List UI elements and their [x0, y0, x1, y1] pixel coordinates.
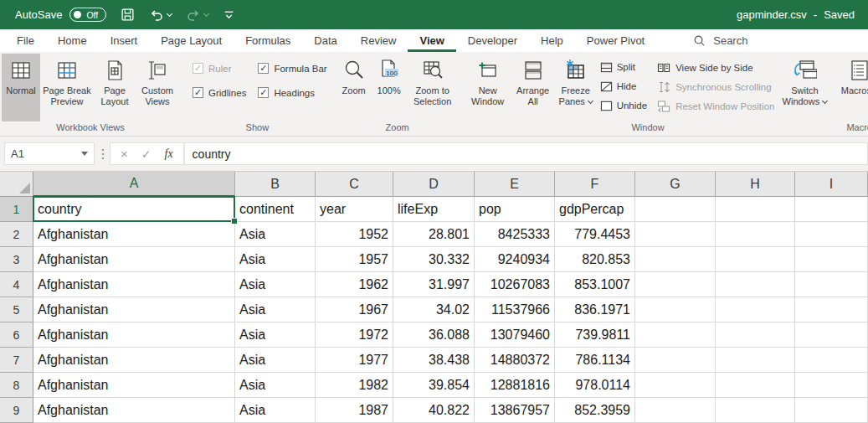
cell-i7[interactable]	[795, 348, 868, 373]
column-header-b[interactable]: B	[235, 172, 316, 197]
cell-a4[interactable]: Afghanistan	[33, 272, 235, 297]
cell-d5[interactable]: 34.02	[393, 297, 475, 322]
cell-f1[interactable]: gdpPercap	[555, 197, 635, 222]
cell-h4[interactable]	[716, 272, 795, 297]
column-header-h[interactable]: H	[716, 172, 795, 197]
cell-b4[interactable]: Asia	[235, 272, 316, 297]
enter-button[interactable]: ✓	[141, 147, 152, 161]
column-header-i[interactable]: I	[795, 172, 868, 197]
cell-b3[interactable]: Asia	[235, 247, 316, 272]
row-header-5[interactable]: 5	[0, 297, 33, 322]
cell-a9[interactable]: Afghanistan	[33, 398, 235, 423]
cell-c3[interactable]: 1957	[316, 247, 393, 272]
cell-f3[interactable]: 820.853	[555, 247, 635, 272]
cell-h9[interactable]	[716, 398, 795, 423]
tab-formulas[interactable]: Formulas	[234, 29, 302, 52]
row-header-1[interactable]: 1	[0, 197, 33, 222]
zoom-to-selection-button[interactable]: Zoom to Selection	[406, 54, 460, 121]
cell-b6[interactable]: Asia	[235, 322, 316, 348]
cell-g3[interactable]	[635, 247, 716, 272]
column-header-f[interactable]: F	[555, 172, 635, 197]
cell-e4[interactable]: 10267083	[475, 272, 555, 297]
synchronous-scrolling-button[interactable]: Synchronous Scrolling	[657, 80, 774, 94]
normal-button[interactable]: Normal	[2, 54, 40, 121]
column-header-g[interactable]: G	[635, 172, 716, 197]
autosave-toggle[interactable]: Off	[69, 8, 106, 22]
cell-d9[interactable]: 40.822	[393, 398, 475, 423]
cell-h7[interactable]	[716, 348, 795, 373]
cell-d6[interactable]: 36.088	[393, 322, 475, 348]
cell-d7[interactable]: 38.438	[393, 348, 475, 373]
cell-g1[interactable]	[635, 197, 716, 222]
switch-windows-button[interactable]: Switch Windows	[778, 54, 831, 121]
tab-insert[interactable]: Insert	[99, 29, 150, 52]
cell-d8[interactable]: 39.854	[393, 373, 475, 398]
row-header-8[interactable]: 8	[0, 373, 33, 398]
cell-g5[interactable]	[635, 297, 716, 322]
cell-c9[interactable]: 1987	[316, 398, 393, 423]
cell-c5[interactable]: 1967	[316, 297, 393, 322]
cell-e6[interactable]: 13079460	[475, 322, 555, 348]
cell-g6[interactable]	[635, 322, 716, 348]
cell-a3[interactable]: Afghanistan	[33, 247, 235, 272]
cell-f2[interactable]: 779.4453	[555, 222, 635, 247]
cell-b9[interactable]: Asia	[235, 398, 316, 423]
cell-g9[interactable]	[635, 398, 716, 423]
cell-h2[interactable]	[716, 222, 795, 247]
row-header-4[interactable]: 4	[0, 272, 33, 297]
row-header-2[interactable]: 2	[0, 222, 33, 247]
cancel-button[interactable]: ×	[121, 147, 128, 161]
select-all-corner[interactable]	[0, 172, 33, 197]
column-header-e[interactable]: E	[475, 172, 555, 197]
cell-e9[interactable]: 13867957	[475, 398, 555, 423]
tab-data[interactable]: Data	[302, 29, 348, 52]
cell-e3[interactable]: 9240934	[475, 247, 555, 272]
custom-views-button[interactable]: Custom Views	[136, 54, 179, 121]
cell-f6[interactable]: 739.9811	[555, 322, 635, 348]
cell-h5[interactable]	[716, 297, 795, 322]
cell-b8[interactable]: Asia	[235, 373, 316, 398]
cell-g4[interactable]	[635, 272, 716, 297]
arrange-all-button[interactable]: Arrange All	[511, 54, 555, 121]
name-box[interactable]: A1	[4, 142, 95, 165]
cell-b5[interactable]: Asia	[235, 297, 316, 322]
cell-i3[interactable]	[795, 247, 868, 272]
column-header-c[interactable]: C	[316, 172, 393, 197]
cell-c7[interactable]: 1977	[316, 348, 393, 373]
undo-button[interactable]	[149, 8, 172, 23]
cell-a8[interactable]: Afghanistan	[33, 373, 235, 398]
cell-i8[interactable]	[795, 373, 868, 398]
cell-g8[interactable]	[635, 373, 716, 398]
customize-quick-access-button[interactable]	[223, 8, 235, 21]
cell-d4[interactable]: 31.997	[393, 272, 475, 297]
freeze-panes-button[interactable]: Freeze Panes	[555, 54, 597, 121]
row-header-6[interactable]: 6	[0, 322, 33, 348]
gridlines-checkbox[interactable]: ✓Gridlines	[193, 87, 246, 98]
cell-f8[interactable]: 978.0114	[555, 373, 635, 398]
row-header-7[interactable]: 7	[0, 348, 33, 373]
cell-g2[interactable]	[635, 222, 716, 247]
cell-b7[interactable]: Asia	[235, 348, 316, 373]
ruler-checkbox[interactable]: ✓Ruler	[193, 63, 246, 74]
tab-developer[interactable]: Developer	[456, 29, 529, 52]
split-button[interactable]: Split	[600, 59, 647, 75]
redo-button[interactable]	[186, 8, 208, 23]
row-header-3[interactable]: 3	[0, 247, 33, 272]
cell-f4[interactable]: 853.1007	[555, 272, 635, 297]
cell-d2[interactable]: 28.801	[393, 222, 475, 247]
cell-c1[interactable]: year	[316, 197, 393, 222]
cell-a2[interactable]: Afghanistan	[33, 222, 235, 247]
cell-i6[interactable]	[795, 322, 868, 348]
cell-e8[interactable]: 12881816	[475, 373, 555, 398]
cell-i5[interactable]	[795, 297, 868, 322]
insert-function-button[interactable]: fx	[165, 147, 173, 161]
cell-i2[interactable]	[795, 222, 868, 247]
new-window-button[interactable]: New Window	[465, 54, 511, 121]
cell-b1[interactable]: continent	[235, 197, 316, 222]
formula-bar-checkbox[interactable]: ✓Formula Bar	[258, 63, 326, 74]
cell-d3[interactable]: 30.332	[393, 247, 475, 272]
row-header-9[interactable]: 9	[0, 398, 33, 423]
save-button[interactable]	[121, 8, 135, 22]
tab-view[interactable]: View	[408, 29, 455, 52]
tab-page-layout[interactable]: Page Layout	[149, 29, 234, 52]
